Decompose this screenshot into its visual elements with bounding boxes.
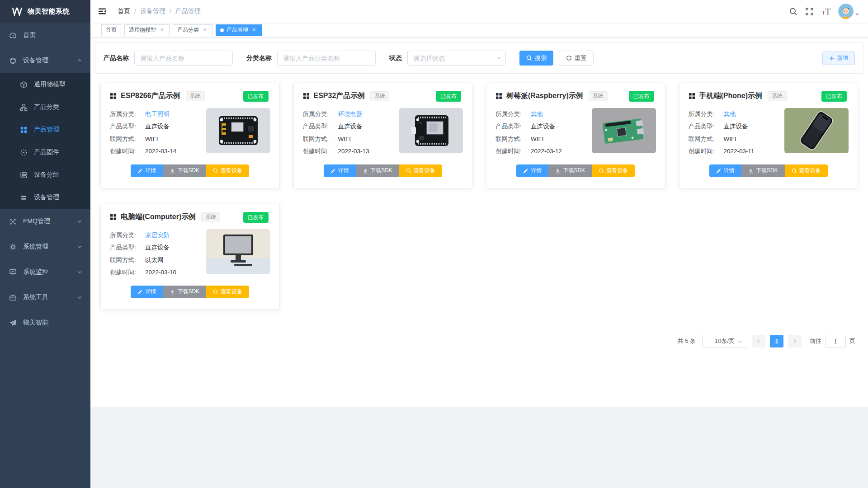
sidebar-item-system-management[interactable]: 系统管理 bbox=[0, 234, 90, 259]
sidebar-item-device-management[interactable]: 设备管理 bbox=[0, 48, 90, 73]
tab-thing-model[interactable]: 通用物模型 bbox=[124, 24, 170, 36]
sidebar-submenu-device: 通用物模型 产品分类 bbox=[0, 73, 90, 209]
category-link[interactable]: 电工照明 bbox=[145, 108, 170, 121]
detail-button[interactable]: 详情 bbox=[516, 164, 548, 177]
plus-icon bbox=[829, 56, 835, 61]
field-label: 产品类型: bbox=[495, 120, 531, 133]
view-devices-button[interactable]: 查看设备 bbox=[785, 164, 828, 177]
category-link[interactable]: 其他 bbox=[531, 108, 543, 121]
status-select[interactable] bbox=[407, 51, 506, 66]
field-value: 直连设备 bbox=[338, 120, 363, 133]
close-icon[interactable] bbox=[159, 27, 165, 33]
download-icon bbox=[363, 168, 368, 174]
search-form: 产品名称 分类名称 状态 bbox=[95, 42, 863, 74]
field-value: 2022-03-11 bbox=[724, 145, 755, 158]
view-devices-button[interactable]: 查看设备 bbox=[206, 164, 249, 177]
sidebar-item-home[interactable]: 首页 bbox=[0, 23, 90, 48]
sidebar-item-device-group[interactable]: 设备分组 bbox=[0, 164, 90, 186]
field-label: 所属分类: bbox=[689, 108, 724, 121]
sidebar-item-emq[interactable]: EMQ管理 bbox=[0, 209, 90, 234]
download-sdk-button[interactable]: 下载SDK bbox=[163, 286, 206, 298]
product-image bbox=[784, 108, 849, 153]
view-devices-label: 查看设备 bbox=[221, 167, 242, 174]
category-link[interactable]: 环境电器 bbox=[338, 108, 363, 121]
product-title: 树莓派(Raspberry)示例 bbox=[506, 91, 583, 101]
avatar[interactable] bbox=[838, 4, 854, 19]
search-icon[interactable] bbox=[789, 7, 797, 16]
page-suffix-label: 页 bbox=[849, 337, 855, 345]
field-value: 2022-03-13 bbox=[338, 145, 369, 158]
tab-product-management[interactable]: 产品管理 bbox=[216, 24, 262, 36]
prev-page-button[interactable] bbox=[752, 335, 765, 347]
sidebar-toggle-icon[interactable] bbox=[90, 7, 114, 16]
view-devices-button[interactable]: 查看设备 bbox=[592, 164, 635, 177]
page-size-select[interactable]: 10条/页 bbox=[702, 335, 747, 347]
sidebar-item-product-management[interactable]: 产品管理 bbox=[0, 118, 90, 141]
monitor-icon bbox=[9, 268, 17, 276]
product-name-input[interactable] bbox=[134, 51, 233, 66]
category-link[interactable]: 其他 bbox=[724, 108, 736, 121]
field-label: 联网方式: bbox=[303, 133, 338, 145]
close-icon[interactable] bbox=[251, 27, 257, 33]
breadcrumb-home[interactable]: 首页 bbox=[118, 7, 130, 15]
goto-page-input[interactable] bbox=[825, 335, 846, 347]
user-menu[interactable] bbox=[838, 4, 859, 19]
sidebar-item-device-list[interactable]: 设备管理 bbox=[0, 186, 90, 209]
fullscreen-icon[interactable] bbox=[805, 7, 814, 16]
system-tag: 系统 bbox=[768, 91, 787, 101]
download-sdk-button[interactable]: 下载SDK bbox=[356, 164, 399, 177]
edit-icon bbox=[137, 168, 143, 174]
category-name-input[interactable] bbox=[277, 51, 376, 66]
navbar-right: TT bbox=[789, 4, 868, 19]
download-icon bbox=[748, 168, 754, 174]
sidebar-item-system-tools[interactable]: 系统工具 bbox=[0, 285, 90, 310]
detail-button[interactable]: 详情 bbox=[131, 286, 163, 298]
tab-home[interactable]: 首页 bbox=[101, 24, 121, 36]
view-devices-button[interactable]: 查看设备 bbox=[399, 164, 442, 177]
product-card: 已发布 ESP8266产品示例 系统 所属分类:电工照明 产品类型:直连设备 联… bbox=[100, 83, 280, 188]
sidebar-item-thing-model[interactable]: 通用物模型 bbox=[0, 73, 90, 96]
category-link[interactable]: 家居安防 bbox=[145, 229, 170, 242]
tab-product-category[interactable]: 产品分类 bbox=[173, 24, 212, 36]
chevron-down-icon bbox=[77, 269, 82, 275]
sidebar-menu: 首页 设备管理 bbox=[0, 23, 90, 335]
app-title: 物美智能系统 bbox=[28, 7, 70, 16]
field-value: 2022-03-14 bbox=[145, 145, 176, 158]
sidebar-item-system-monitor[interactable]: 系统监控 bbox=[0, 259, 90, 285]
detail-button[interactable]: 详情 bbox=[131, 164, 163, 177]
system-tag: 系统 bbox=[370, 91, 389, 101]
sidebar-item-wumei-link[interactable]: 物美智能 bbox=[0, 310, 90, 335]
sitemap-icon bbox=[20, 103, 28, 111]
gear-icon bbox=[9, 243, 17, 251]
font-size-icon[interactable]: TT bbox=[821, 7, 830, 16]
search-icon bbox=[406, 168, 411, 174]
status-label: 状态 bbox=[389, 54, 402, 62]
search-button[interactable]: 搜索 bbox=[519, 51, 553, 66]
page-number-button[interactable]: 1 bbox=[770, 335, 783, 347]
add-button[interactable]: 新增 bbox=[822, 52, 855, 65]
tags-view: 首页 通用物模型 产品分类 产品管理 bbox=[90, 23, 868, 38]
download-sdk-button[interactable]: 下载SDK bbox=[163, 164, 206, 177]
grid-icon bbox=[20, 126, 28, 134]
view-devices-button[interactable]: 查看设备 bbox=[206, 286, 249, 298]
next-page-button[interactable] bbox=[788, 335, 802, 347]
product-image bbox=[206, 108, 270, 153]
field-value: WIFI bbox=[724, 133, 737, 145]
main-area: 首页 / 设备管理 / 产品管理 TT bbox=[90, 0, 868, 488]
field-label: 产品类型: bbox=[110, 241, 145, 254]
download-sdk-button[interactable]: 下载SDK bbox=[741, 164, 785, 177]
detail-button[interactable]: 详情 bbox=[709, 164, 741, 177]
download-sdk-button[interactable]: 下载SDK bbox=[548, 164, 592, 177]
goto-label: 前往 bbox=[810, 337, 821, 345]
system-tag: 系统 bbox=[186, 91, 205, 101]
product-card: 已发布 电脑端(Computer)示例 系统 所属分类:家居安防 产品类型:直连… bbox=[100, 204, 280, 310]
form-item-product-name: 产品名称 bbox=[104, 51, 233, 66]
reset-button[interactable]: 重置 bbox=[559, 51, 594, 66]
sidebar-item-product-category[interactable]: 产品分类 bbox=[0, 96, 90, 118]
close-icon[interactable] bbox=[202, 27, 208, 33]
cluster-icon bbox=[9, 218, 17, 225]
sidebar-item-product-firmware[interactable]: 产品固件 bbox=[0, 141, 90, 164]
field-value: WIFI bbox=[145, 133, 158, 145]
sidebar: 物美智能系统 首页 设备管理 bbox=[0, 0, 90, 488]
detail-button[interactable]: 详情 bbox=[324, 164, 356, 177]
